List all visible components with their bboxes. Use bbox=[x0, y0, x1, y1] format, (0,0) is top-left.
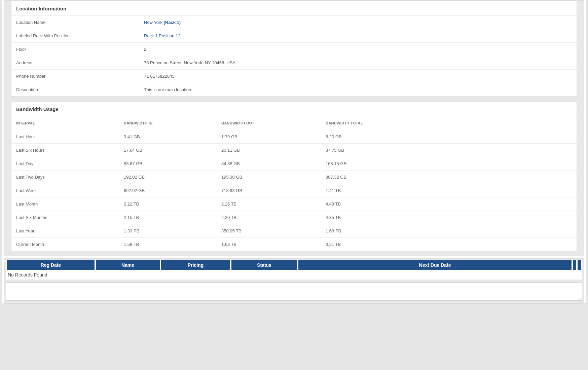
bandwidth-cell-interval: Last Month bbox=[11, 197, 119, 211]
location-row-label: Labeled Rack With Position bbox=[11, 29, 139, 43]
bandwidth-cell-total: 37.75 GB bbox=[321, 144, 577, 157]
bandwidth-cell-in: 1.58 TB bbox=[119, 238, 217, 251]
bandwidth-cell-in: 17.64 GB bbox=[119, 144, 217, 157]
location-row: Phone Number+1 6175822845 bbox=[11, 70, 577, 83]
bandwidth-cell-in: 2.22 TB bbox=[119, 197, 217, 211]
location-row: Labeled Rack With PositionRack 1 Positio… bbox=[11, 29, 577, 43]
location-link[interactable]: New York (Rack 1) bbox=[144, 20, 181, 25]
location-row-label: Phone Number bbox=[11, 70, 139, 83]
bandwidth-cell-total: 4.35 TB bbox=[321, 211, 577, 224]
location-row-label: Description bbox=[11, 83, 139, 97]
bandwidth-cell-interval: Last Week bbox=[11, 184, 119, 197]
bandwidth-cell-out: 1.63 TB bbox=[217, 238, 321, 251]
notes-textarea[interactable] bbox=[6, 283, 582, 301]
location-row: DescriptionThis is our main location. bbox=[11, 83, 577, 97]
bw-header-in: BANDWIDTH IN bbox=[119, 116, 217, 130]
location-row-value: Rack 1 Position 12 bbox=[139, 29, 577, 43]
location-row: Location NameNew York (Rack 1) bbox=[11, 16, 577, 29]
bandwidth-cell-in: 1.33 PB bbox=[119, 224, 217, 238]
bandwidth-cell-interval: Current Month bbox=[11, 238, 119, 251]
location-info-table: Location NameNew York (Rack 1)Labeled Ra… bbox=[11, 16, 577, 96]
location-row-value: This is our main location. bbox=[139, 83, 577, 97]
records-header-reg-date[interactable]: Reg Date bbox=[7, 260, 95, 270]
bandwidth-cell-out: 1.79 GB bbox=[217, 130, 321, 144]
records-table: Reg Date Name Pricing Status Next Due Da… bbox=[6, 260, 582, 270]
bandwidth-cell-out: 195.30 GB bbox=[217, 171, 321, 184]
app-content: Location Information Location NameNew Yo… bbox=[2, 0, 586, 304]
bandwidth-cell-in: 83.67 GB bbox=[119, 157, 217, 171]
records-header-next-due[interactable]: Next Due Date bbox=[298, 260, 572, 270]
location-info-title: Location Information bbox=[11, 1, 577, 16]
bandwidth-row: Last Six Months2.15 TB2.20 TB4.35 TB bbox=[11, 211, 577, 224]
bandwidth-row: Last Year1.33 PB350.05 TB1.68 PB bbox=[11, 224, 577, 238]
bandwidth-cell-in: 3.41 GB bbox=[119, 130, 217, 144]
bandwidth-cell-out: 2.26 TB bbox=[217, 197, 321, 211]
bandwidth-row: Last Six Hours17.64 GB20.11 GB37.75 GB bbox=[11, 144, 577, 157]
bandwidth-row: Last Day83.67 GB84.88 GB168.15 GB bbox=[11, 157, 577, 171]
location-row: Address73 Princeton Street, New York, NY… bbox=[11, 56, 577, 70]
bw-header-out: BANDWIDTH OUT bbox=[217, 116, 321, 130]
bandwidth-row: Last Month2.22 TB2.26 TB4.48 TB bbox=[11, 197, 577, 211]
location-row-label: Floor bbox=[11, 43, 139, 56]
bandwidth-cell-total: 1.41 TB bbox=[321, 184, 577, 197]
details-panel-container: Location Information Location NameNew Yo… bbox=[4, 0, 584, 256]
notes-section bbox=[4, 281, 584, 303]
bandwidth-cell-out: 20.11 GB bbox=[217, 144, 321, 157]
bandwidth-row: Last Week692.02 GB718.93 GB1.41 TB bbox=[11, 184, 577, 197]
bandwidth-cell-out: 84.88 GB bbox=[217, 157, 321, 171]
location-link[interactable]: Rack 1 Position 12 bbox=[144, 33, 180, 38]
bandwidth-cell-interval: Last Two Days bbox=[11, 171, 119, 184]
bandwidth-cell-total: 4.48 TB bbox=[321, 197, 577, 211]
bandwidth-usage-panel: Bandwidth Usage INTERVAL BANDWIDTH IN BA… bbox=[11, 101, 577, 251]
bandwidth-row: Current Month1.58 TB1.63 TB3.21 TB bbox=[11, 238, 577, 251]
location-link-city: New York bbox=[144, 20, 164, 25]
location-row-label: Address bbox=[11, 56, 139, 70]
bandwidth-cell-in: 2.15 TB bbox=[119, 211, 217, 224]
bandwidth-cell-total: 5.20 GB bbox=[321, 130, 577, 144]
records-header-action-1[interactable] bbox=[573, 260, 576, 270]
bandwidth-cell-out: 718.93 GB bbox=[217, 184, 321, 197]
records-section: Reg Date Name Pricing Status Next Due Da… bbox=[4, 258, 584, 281]
records-header-name[interactable]: Name bbox=[96, 260, 160, 270]
bandwidth-row: Last Hour3.41 GB1.79 GB5.20 GB bbox=[11, 130, 577, 144]
location-link-text: Rack 1 Position 12 bbox=[144, 33, 180, 38]
bandwidth-cell-out: 2.20 TB bbox=[217, 211, 321, 224]
bandwidth-cell-out: 350.05 TB bbox=[217, 224, 321, 238]
records-header-action-2[interactable] bbox=[578, 260, 581, 270]
records-header-status[interactable]: Status bbox=[231, 260, 297, 270]
bandwidth-usage-table: INTERVAL BANDWIDTH IN BANDWIDTH OUT BAND… bbox=[11, 116, 577, 251]
location-row-value: 2 bbox=[139, 43, 577, 56]
location-info-panel: Location Information Location NameNew Yo… bbox=[11, 1, 577, 97]
bandwidth-cell-in: 692.02 GB bbox=[119, 184, 217, 197]
bw-header-interval: INTERVAL bbox=[11, 116, 119, 130]
records-empty-message: No Records Found bbox=[6, 270, 582, 280]
records-header-pricing[interactable]: Pricing bbox=[161, 260, 230, 270]
bandwidth-cell-total: 387.32 GB bbox=[321, 171, 577, 184]
bandwidth-cell-interval: Last Six Hours bbox=[11, 144, 119, 157]
location-row-label: Location Name bbox=[11, 16, 139, 29]
bw-header-total: BANDWIDTH TOTAL bbox=[321, 116, 577, 130]
bandwidth-cell-total: 168.15 GB bbox=[321, 157, 577, 171]
bandwidth-cell-interval: Last Day bbox=[11, 157, 119, 171]
bandwidth-cell-in: 192.02 GB bbox=[119, 171, 217, 184]
location-row-value: 73 Princeton Street, New York, NY 10458,… bbox=[139, 56, 577, 70]
location-link-rack: (Rack 1) bbox=[164, 20, 181, 25]
bandwidth-cell-total: 1.68 PB bbox=[321, 224, 577, 238]
location-row: Floor2 bbox=[11, 43, 577, 56]
bandwidth-cell-interval: Last Year bbox=[11, 224, 119, 238]
location-row-value: New York (Rack 1) bbox=[139, 16, 577, 29]
bandwidth-cell-interval: Last Six Months bbox=[11, 211, 119, 224]
bandwidth-cell-interval: Last Hour bbox=[11, 130, 119, 144]
bandwidth-row: Last Two Days192.02 GB195.30 GB387.32 GB bbox=[11, 171, 577, 184]
location-row-value: +1 6175822845 bbox=[139, 70, 577, 83]
bandwidth-usage-title: Bandwidth Usage bbox=[11, 102, 577, 116]
bandwidth-cell-total: 3.21 TB bbox=[321, 238, 577, 251]
